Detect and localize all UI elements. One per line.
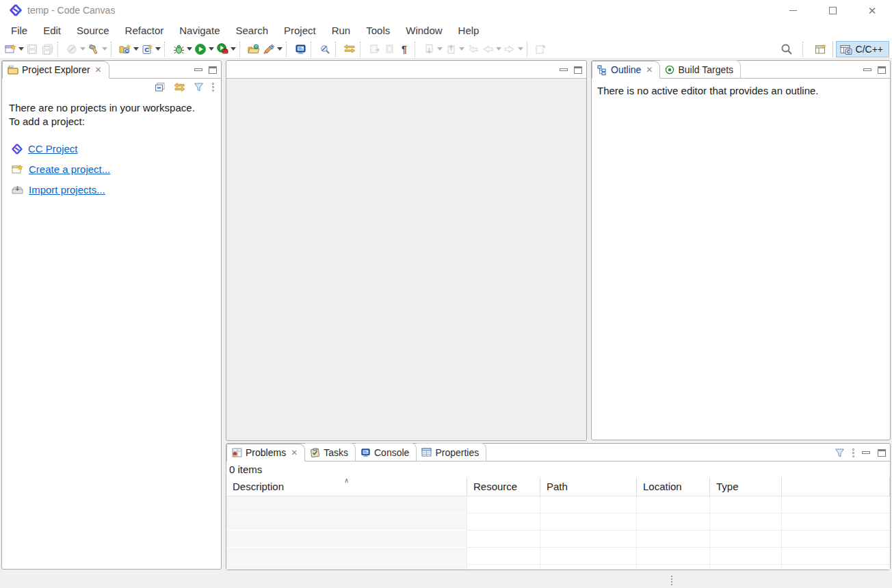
save-all-icon	[42, 44, 53, 55]
menu-navigate[interactable]: Navigate	[174, 23, 225, 38]
link-with-editor-icon[interactable]	[174, 82, 185, 92]
open-perspective-button[interactable]	[813, 41, 828, 57]
tab-properties[interactable]: Properties	[417, 443, 486, 461]
launch-button[interactable]	[261, 41, 276, 57]
mark-occurrences-button[interactable]	[317, 41, 332, 57]
maximize-view-button[interactable]	[209, 66, 217, 74]
save-all-button[interactable]	[40, 41, 55, 57]
view-menu-icon[interactable]	[212, 83, 214, 92]
new-wizard-button[interactable]	[3, 41, 18, 57]
forward-dropdown[interactable]	[517, 41, 524, 57]
project-explorer-content: There are no projects in your workspace.…	[2, 96, 221, 201]
save-button[interactable]	[25, 41, 40, 57]
launch-dropdown[interactable]	[276, 41, 283, 57]
menu-run[interactable]: Run	[326, 23, 356, 38]
cell	[467, 496, 540, 513]
new-c-file-icon: C	[142, 44, 153, 55]
back-dropdown[interactable]	[495, 41, 502, 57]
create-project-icon	[12, 164, 23, 175]
forward-button[interactable]	[502, 41, 517, 57]
menu-project[interactable]: Project	[278, 23, 322, 38]
tab-build-targets[interactable]: Build Targets	[660, 60, 741, 78]
search-button[interactable]	[779, 41, 794, 57]
menu-file[interactable]: File	[5, 23, 33, 38]
table-row	[226, 548, 890, 565]
new-c-project-button[interactable]: C	[118, 41, 133, 57]
menu-tools[interactable]: Tools	[360, 23, 395, 38]
minimize-view-button[interactable]	[194, 68, 202, 71]
back-history-button[interactable]	[465, 41, 480, 57]
minimize-problems-button[interactable]	[862, 451, 870, 454]
properties-icon	[421, 448, 432, 457]
last-edit-dropdown[interactable]	[436, 41, 443, 57]
close-view-icon[interactable]: ✕	[95, 65, 102, 75]
menu-search[interactable]: Search	[230, 23, 274, 38]
build-all-button[interactable]	[86, 41, 101, 57]
maximize-problems-button[interactable]	[878, 449, 886, 457]
new-c-file-button[interactable]: C	[140, 41, 155, 57]
import-projects-link-row: Import projects...	[9, 184, 214, 196]
properties-tab-label: Properties	[435, 447, 479, 458]
build-targets-icon	[665, 65, 674, 75]
console-toggle-button[interactable]	[293, 41, 308, 57]
cell	[540, 513, 637, 531]
minimize-editor-button[interactable]	[560, 68, 568, 71]
close-window-button[interactable]: ✕	[852, 0, 892, 21]
open-element-button[interactable]	[246, 41, 261, 57]
previous-annotation-button[interactable]	[382, 41, 397, 57]
close-outline-icon[interactable]: ✕	[646, 65, 653, 75]
create-project-link[interactable]: Create a project...	[29, 163, 110, 175]
menu-edit[interactable]: Edit	[38, 23, 66, 38]
cpp-perspective-button[interactable]: C C/C++	[836, 41, 889, 57]
column-header-location[interactable]: Location	[637, 477, 710, 496]
tab-console[interactable]: Console	[356, 443, 417, 461]
collapse-all-icon[interactable]	[155, 82, 166, 92]
show-whitespace-button[interactable]: ¶	[397, 41, 412, 57]
menu-refactor[interactable]: Refactor	[120, 23, 170, 38]
pin-editor-button[interactable]	[533, 41, 548, 57]
tab-problems[interactable]: Problems ✕	[226, 444, 305, 462]
last-edit-location-button[interactable]	[421, 41, 436, 57]
cc-project-link[interactable]: CC Project	[28, 143, 78, 155]
debug-dropdown[interactable]	[186, 41, 193, 57]
column-header-resource[interactable]: Resource	[467, 477, 540, 496]
next-annotation-button[interactable]	[367, 41, 382, 57]
menu-help[interactable]: Help	[453, 23, 485, 38]
maximize-editor-button[interactable]	[574, 66, 582, 74]
profile-dropdown[interactable]	[230, 41, 237, 57]
import-projects-link[interactable]: Import projects...	[29, 184, 105, 196]
column-header-path[interactable]: Path	[540, 477, 637, 496]
run-dropdown[interactable]	[208, 41, 215, 57]
back-button[interactable]	[480, 41, 495, 57]
column-header-type[interactable]: Type	[710, 477, 782, 496]
tab-outline[interactable]: Outline ✕	[592, 61, 660, 79]
previous-edit-location-icon	[445, 44, 457, 55]
menu-source[interactable]: Source	[71, 23, 115, 38]
previous-edit-location-button[interactable]	[443, 41, 458, 57]
maximize-window-button[interactable]	[813, 0, 852, 21]
minimize-window-button[interactable]	[773, 0, 813, 21]
profile-button[interactable]	[215, 41, 230, 57]
new-c-project-dropdown[interactable]	[133, 41, 140, 57]
skip-breakpoints-dropdown[interactable]	[79, 41, 86, 57]
problems-view-menu-icon[interactable]	[852, 449, 854, 457]
status-drag-handle-icon[interactable]	[671, 576, 672, 585]
filter-icon[interactable]	[194, 82, 204, 92]
minimize-outline-button[interactable]	[863, 68, 871, 71]
debug-button[interactable]	[171, 41, 186, 57]
link-with-editor-button[interactable]	[342, 41, 357, 57]
new-c-file-dropdown[interactable]	[155, 41, 161, 57]
close-problems-icon[interactable]: ✕	[291, 448, 298, 457]
run-button[interactable]	[193, 41, 208, 57]
previous-edit-dropdown[interactable]	[458, 41, 465, 57]
build-targets-tab-label: Build Targets	[678, 64, 733, 75]
build-dropdown[interactable]	[101, 41, 108, 57]
tab-tasks[interactable]: Tasks	[305, 443, 356, 461]
problems-filter-icon[interactable]	[835, 448, 845, 458]
new-wizard-dropdown[interactable]	[18, 41, 25, 57]
editor-empty-area[interactable]	[226, 79, 586, 440]
menu-window[interactable]: Window	[400, 23, 447, 38]
tab-project-explorer[interactable]: Project Explorer ✕	[2, 61, 109, 79]
skip-all-breakpoints-button[interactable]	[64, 41, 79, 57]
maximize-outline-button[interactable]	[878, 66, 886, 74]
